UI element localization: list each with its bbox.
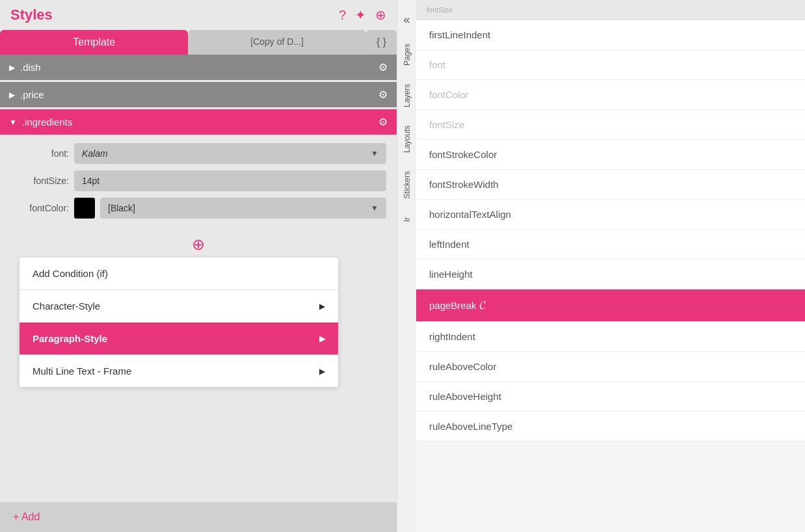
tab-braces[interactable]: { }: [366, 30, 397, 55]
arrow-icon-para: ▶: [319, 334, 325, 343]
select-arrow-icon: ▼: [371, 149, 378, 158]
add-button-label: + Add: [13, 511, 40, 523]
side-tab-layouts[interactable]: Layouts: [399, 118, 416, 161]
dropdown-item-char-style[interactable]: Character-Style ▶: [20, 290, 338, 323]
style-row-dish[interactable]: ▶ .dish ⚙: [0, 55, 397, 80]
style-name-dish: .dish: [20, 62, 41, 73]
prop-fontStrokeColor[interactable]: fontStrokeColor: [416, 140, 805, 170]
prop-fontStrokeWidth[interactable]: fontStrokeWidth: [416, 170, 805, 200]
plus-circle-icon[interactable]: ⊕: [192, 235, 205, 254]
prop-ruleAboveLineType[interactable]: ruleAboveLineType: [416, 412, 805, 442]
dropdown-label-condition: Add Condition (if): [33, 268, 108, 279]
arrow-icon-char: ▶: [319, 302, 325, 311]
color-value: [Black]: [108, 203, 135, 213]
prop-leftIndent[interactable]: leftIndent: [416, 230, 805, 259]
font-select[interactable]: Kalam ▼: [74, 143, 386, 164]
dropdown-item-multiline[interactable]: Multi Line Text - Frame ▶: [20, 355, 338, 387]
dropdown-label-para-style: Paragraph-Style: [33, 333, 107, 344]
properties-section: font: Kalam ▼ fontSize: 14pt fontColor: …: [0, 137, 397, 232]
font-label: font:: [10, 148, 69, 159]
prop-ruleAboveColor[interactable]: ruleAboveColor: [416, 352, 805, 382]
collapse-icon[interactable]: «: [399, 7, 414, 33]
gear-icon-dish[interactable]: ⚙: [378, 61, 388, 73]
tab-copy[interactable]: [Copy of D...]: [188, 30, 365, 55]
left-panel: Styles ? ✦ ⊕ Template [Copy of D...] { }…: [0, 0, 397, 532]
side-tab-layers[interactable]: Layers: [399, 76, 416, 115]
color-select[interactable]: [Black] ▼: [100, 198, 386, 219]
gear-icon-price[interactable]: ⚙: [378, 88, 388, 101]
style-row-dish-left: ▶ .dish: [9, 62, 41, 73]
right-panel-header: fontSize: [416, 0, 805, 20]
style-row-ingredients[interactable]: ▼ .ingredients ⚙: [0, 109, 397, 135]
side-tabs: « Pages Layers Layouts Stickers Ir: [397, 0, 416, 532]
add-icon[interactable]: ⊕: [375, 7, 386, 23]
help-icon[interactable]: ?: [339, 8, 346, 23]
style-name-price: .price: [20, 89, 44, 100]
style-row-ingredients-left: ▼ .ingredients: [9, 116, 72, 127]
prop-ruleAboveHeight[interactable]: ruleAboveHeight: [416, 382, 805, 412]
gear-icon-ingredients[interactable]: ⚙: [378, 116, 388, 128]
add-property-btn: ⊕: [0, 232, 397, 258]
property-row-fontsize: fontSize: 14pt: [10, 170, 386, 191]
dropdown-item-condition[interactable]: Add Condition (if): [20, 258, 338, 290]
magic-icon[interactable]: ✦: [355, 7, 366, 23]
fontsize-input[interactable]: 14pt: [74, 170, 386, 191]
prop-rightIndent[interactable]: rightIndent: [416, 322, 805, 352]
color-select-arrow-icon: ▼: [371, 204, 378, 213]
page-title: Styles: [10, 7, 53, 23]
property-row-font: font: Kalam ▼: [10, 143, 386, 164]
prop-font[interactable]: font: [416, 50, 805, 80]
dropdown-label-char-style: Character-Style: [33, 300, 100, 312]
style-name-ingredients: .ingredients: [22, 116, 73, 127]
dropdown-menu: Add Condition (if) Character-Style ▶ Par…: [20, 258, 338, 387]
font-value: Kalam: [82, 148, 108, 159]
color-swatch[interactable]: [74, 198, 95, 219]
fontcolor-label: fontColor:: [10, 203, 69, 213]
chevron-right-icon: ▶: [9, 63, 15, 72]
prop-pageBreak[interactable]: pageBreak 𝓒: [416, 289, 805, 322]
right-panel: fontSize firstLineIndent font fontColor …: [416, 0, 805, 532]
tab-template[interactable]: Template: [0, 30, 188, 55]
style-row-price[interactable]: ▶ .price ⚙: [0, 82, 397, 107]
fontsize-label: fontSize:: [10, 176, 69, 186]
side-tab-ir[interactable]: Ir: [399, 209, 416, 230]
chevron-right-icon-price: ▶: [9, 90, 15, 100]
header-icons: ? ✦ ⊕: [339, 7, 386, 23]
fontcolor-row: [Black] ▼: [74, 198, 386, 219]
prop-lineHeight[interactable]: lineHeight: [416, 259, 805, 289]
side-tab-stickers[interactable]: Stickers: [399, 163, 416, 207]
prop-fontColor[interactable]: fontColor: [416, 80, 805, 110]
right-panel-header-text: fontSize: [427, 6, 453, 14]
arrow-icon-multiline: ▶: [319, 367, 325, 376]
prop-fontSize[interactable]: fontSize: [416, 110, 805, 140]
side-tab-pages[interactable]: Pages: [399, 36, 416, 73]
tab-bar: Template [Copy of D...] { }: [0, 30, 397, 55]
add-button[interactable]: + Add: [0, 502, 397, 532]
dropdown-label-multiline: Multi Line Text - Frame: [33, 366, 131, 377]
styles-header: Styles ? ✦ ⊕: [0, 0, 397, 30]
chevron-down-icon: ▼: [9, 118, 17, 127]
cursor-icon: 𝓒: [479, 299, 485, 312]
dropdown-item-para-style[interactable]: Paragraph-Style ▶: [20, 323, 338, 355]
style-row-price-left: ▶ .price: [9, 89, 44, 100]
prop-firstLineIndent[interactable]: firstLineIndent: [416, 20, 805, 50]
property-row-fontcolor: fontColor: [Black] ▼: [10, 198, 386, 219]
prop-horizontalTextAlign[interactable]: horizontalTextAlign: [416, 200, 805, 230]
